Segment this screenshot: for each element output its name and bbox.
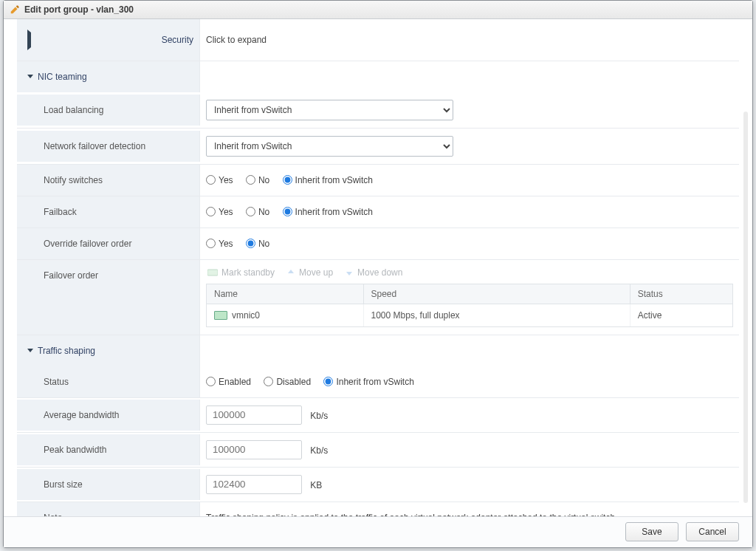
col-status[interactable]: Status bbox=[630, 284, 732, 304]
label-failover-detection: Network failover detection bbox=[17, 131, 200, 162]
override-yes[interactable]: Yes bbox=[206, 239, 233, 249]
failback-yes[interactable]: Yes bbox=[206, 207, 233, 217]
unit-label: Kb/s bbox=[310, 445, 328, 455]
notify-inherit[interactable]: Inherit from vSwitch bbox=[283, 175, 373, 185]
chevron-down-icon bbox=[27, 349, 33, 352]
dialog-titlebar[interactable]: Edit port group - vlan_300 bbox=[4, 1, 752, 19]
notify-yes[interactable]: Yes bbox=[206, 175, 233, 185]
section-label: Traffic shaping bbox=[38, 346, 95, 356]
nic-speed: 1000 Mbps, full duplex bbox=[364, 304, 630, 326]
cancel-button[interactable]: Cancel bbox=[686, 522, 739, 541]
label-override-order: Override failover order bbox=[17, 228, 200, 259]
status-disabled[interactable]: Disabled bbox=[264, 377, 311, 387]
label-peak-bandwidth: Peak bandwidth bbox=[17, 434, 200, 465]
label-shaping-status: Status bbox=[17, 366, 200, 397]
table-row[interactable]: vmnic0 1000 Mbps, full duplex Active bbox=[207, 304, 732, 326]
load-balancing-select[interactable]: Inherit from vSwitch bbox=[206, 100, 453, 120]
arrow-up-icon bbox=[286, 268, 295, 277]
mark-standby-button[interactable]: Mark standby bbox=[207, 267, 275, 278]
failover-order-table: Name Speed Status vmnic0 1000 Mbps, full… bbox=[206, 284, 733, 327]
move-down-button[interactable]: Move down bbox=[345, 267, 402, 278]
failback-inherit[interactable]: Inherit from vSwitch bbox=[283, 207, 373, 217]
notify-switches-radio-group: Yes No Inherit from vSwitch bbox=[200, 168, 739, 193]
label-burst-size: Burst size bbox=[17, 469, 200, 500]
chevron-right-icon bbox=[27, 30, 157, 50]
nic-status: Active bbox=[630, 304, 732, 326]
section-label: NIC teaming bbox=[38, 72, 87, 82]
burst-size-input[interactable] bbox=[206, 475, 302, 494]
override-no[interactable]: No bbox=[246, 239, 269, 249]
move-up-button[interactable]: Move up bbox=[286, 267, 333, 278]
section-traffic-shaping[interactable]: Traffic shaping bbox=[17, 335, 200, 366]
dialog-title: Edit port group - vlan_300 bbox=[24, 4, 134, 15]
section-security[interactable]: Security bbox=[17, 19, 200, 61]
status-enabled[interactable]: Enabled bbox=[206, 377, 251, 387]
shaping-note-text: Traffic shaping policy is applied to the… bbox=[200, 505, 739, 516]
arrow-down-icon bbox=[345, 268, 354, 277]
failback-no[interactable]: No bbox=[246, 207, 269, 217]
peak-bandwidth-input[interactable] bbox=[206, 440, 302, 459]
failover-detection-select[interactable]: Inherit from vSwitch bbox=[206, 136, 453, 157]
dialog-content: Security Click to expand NIC teaming Loa… bbox=[4, 19, 752, 516]
nic-card-icon bbox=[207, 268, 218, 277]
chevron-down-icon bbox=[27, 75, 33, 78]
notify-no[interactable]: No bbox=[246, 175, 269, 185]
label-load-balancing: Load balancing bbox=[17, 95, 200, 126]
nic-icon bbox=[214, 311, 227, 320]
nic-name: vmnic0 bbox=[232, 310, 260, 321]
pencil-icon bbox=[10, 4, 20, 15]
edit-port-group-dialog: Edit port group - vlan_300 Security Clic… bbox=[3, 0, 753, 548]
label-failback: Failback bbox=[17, 196, 200, 227]
svg-rect-0 bbox=[207, 270, 218, 276]
label-failover-order: Failover order bbox=[17, 260, 200, 335]
override-order-radio-group: Yes No bbox=[200, 231, 739, 256]
failback-radio-group: Yes No Inherit from vSwitch bbox=[200, 199, 739, 225]
unit-label: KB bbox=[310, 479, 322, 490]
col-name[interactable]: Name bbox=[207, 284, 364, 304]
label-notify-switches: Notify switches bbox=[17, 165, 200, 196]
failover-order-toolbar: Mark standby Move up Move down bbox=[206, 264, 733, 284]
shaping-status-radio-group: Enabled Disabled Inherit from vSwitch bbox=[200, 369, 739, 394]
label-note: Note bbox=[17, 502, 200, 516]
label-avg-bandwidth: Average bandwidth bbox=[17, 400, 200, 431]
section-nic-teaming[interactable]: NIC teaming bbox=[17, 61, 200, 92]
save-button[interactable]: Save bbox=[625, 522, 678, 541]
col-speed[interactable]: Speed bbox=[364, 284, 630, 304]
dialog-footer: Save Cancel bbox=[4, 516, 752, 547]
avg-bandwidth-input[interactable] bbox=[206, 405, 302, 425]
security-summary[interactable]: Click to expand bbox=[206, 35, 267, 45]
status-inherit[interactable]: Inherit from vSwitch bbox=[323, 377, 413, 387]
scrollbar[interactable] bbox=[743, 112, 748, 503]
unit-label: Kb/s bbox=[310, 410, 328, 420]
section-label: Security bbox=[162, 35, 193, 45]
